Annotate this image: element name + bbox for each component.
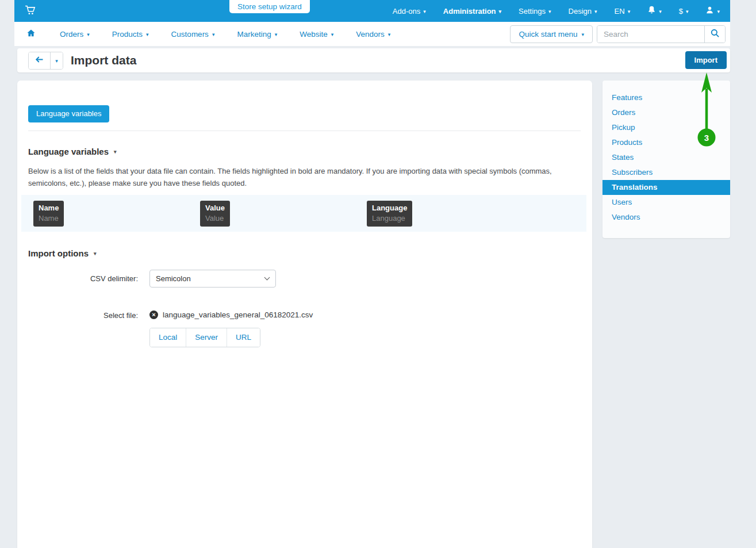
csv-delimiter-select[interactable]: Semicolon <box>149 270 276 288</box>
search-input[interactable] <box>597 26 704 43</box>
cart-icon <box>25 5 36 17</box>
import-types-sidebar: Features Orders Pickup Products States S… <box>603 81 730 238</box>
menu-addons[interactable]: Add-ons▾ <box>393 7 426 16</box>
currency-menu[interactable]: $▾ <box>679 7 689 16</box>
field-chip-value: Value Value <box>200 201 230 227</box>
nav-orders[interactable]: Orders▾ <box>60 30 90 39</box>
storefront-cart-button[interactable] <box>25 5 36 17</box>
select-file-label: Select file: <box>28 306 138 347</box>
file-source-local-button[interactable]: Local <box>150 328 186 347</box>
top-bar-menus: Add-ons▾ Administration▾ Settings▾ Desig… <box>393 0 720 22</box>
sidebar-item-products[interactable]: Products <box>603 135 730 150</box>
back-history-dropdown[interactable]: ▾ <box>50 52 63 69</box>
back-button[interactable] <box>29 52 50 69</box>
arrow-left-icon <box>35 56 44 65</box>
chevron-down-icon: ▾ <box>94 251 97 256</box>
chevron-down-icon: ▾ <box>628 9 631 14</box>
chevron-down-icon: ▾ <box>114 150 117 155</box>
chevron-down-icon: ▾ <box>423 9 426 14</box>
language-variables-section-header[interactable]: Language variables ▾ <box>28 147 117 156</box>
fields-description: Below is a list of the fields that your … <box>28 165 566 189</box>
sidebar-item-translations[interactable]: Translations <box>603 180 730 195</box>
home-icon <box>26 29 36 40</box>
bell-icon <box>647 5 656 17</box>
chevron-down-icon: ▾ <box>212 32 215 37</box>
search-bar <box>597 25 726 43</box>
nav-right-tools: Quick start menu▾ <box>510 25 726 43</box>
chevron-down-icon: ▾ <box>717 9 720 14</box>
nav-products[interactable]: Products▾ <box>112 30 149 39</box>
field-column: Language Language <box>367 201 534 227</box>
tab-divider <box>28 131 581 131</box>
selected-file: × language_variables_general_06182021.cs… <box>149 306 313 319</box>
page-header: ▾ Import data Import <box>17 48 730 72</box>
menu-administration[interactable]: Administration▾ <box>443 7 501 16</box>
chevron-down-icon: ▾ <box>548 9 551 14</box>
fields-row: Name Name Value Value Language Language <box>21 195 586 232</box>
sidebar-item-features[interactable]: Features <box>603 90 730 105</box>
csv-delimiter-row: CSV delimiter: Semicolon <box>28 270 581 288</box>
chevron-down-icon: ▾ <box>146 32 149 37</box>
nav-vendors[interactable]: Vendors▾ <box>356 30 390 39</box>
menu-language[interactable]: EN▾ <box>615 7 631 16</box>
chevron-down-icon: ▾ <box>594 9 597 14</box>
store-setup-wizard-button[interactable]: Store setup wizard <box>229 0 310 13</box>
quick-start-menu-button[interactable]: Quick start menu▾ <box>510 25 593 43</box>
menu-design[interactable]: Design▾ <box>569 7 597 16</box>
import-options-section-header[interactable]: Import options ▾ <box>28 248 97 258</box>
back-button-group: ▾ <box>28 52 63 70</box>
field-chip-name: Name Name <box>33 201 64 227</box>
account-menu[interactable]: ▾ <box>705 6 720 17</box>
page-title: Import data <box>71 53 136 67</box>
file-source-url-button[interactable]: URL <box>227 328 260 347</box>
home-button[interactable] <box>26 29 36 40</box>
sidebar-item-subscribers[interactable]: Subscribers <box>603 165 730 180</box>
sidebar-item-orders[interactable]: Orders <box>603 105 730 120</box>
csv-delimiter-control: Semicolon <box>149 270 276 288</box>
nav-marketing[interactable]: Marketing▾ <box>237 30 277 39</box>
chevron-down-icon: ▾ <box>331 32 334 37</box>
chevron-down-icon: ▾ <box>659 9 662 14</box>
sidebar-item-vendors[interactable]: Vendors <box>603 210 730 225</box>
sidebar-item-states[interactable]: States <box>603 150 730 165</box>
chevron-down-icon: ▾ <box>581 32 584 37</box>
nav-customers[interactable]: Customers▾ <box>171 30 215 39</box>
notifications-menu[interactable]: ▾ <box>647 5 662 17</box>
chevron-down-icon: ▾ <box>388 32 391 37</box>
menu-settings[interactable]: Settings▾ <box>519 7 551 16</box>
chevron-down-icon: ▾ <box>499 9 502 14</box>
csv-delimiter-label: CSV delimiter: <box>28 270 138 288</box>
select-file-control: × language_variables_general_06182021.cs… <box>149 306 313 347</box>
import-button[interactable]: Import <box>685 51 727 69</box>
remove-file-icon[interactable]: × <box>149 311 158 319</box>
select-file-row: Select file: × language_variables_genera… <box>28 306 581 347</box>
tab-language-variables[interactable]: Language variables <box>28 105 109 122</box>
chevron-down-icon: ▾ <box>686 9 689 14</box>
field-chip-language: Language Language <box>367 201 412 227</box>
file-source-buttons: Local Server URL <box>149 328 260 347</box>
admin-page: Store setup wizard Add-ons▾ Administrati… <box>0 0 756 548</box>
search-button[interactable] <box>704 26 725 43</box>
nav-website[interactable]: Website▾ <box>300 30 333 39</box>
field-column: Name Name <box>33 201 200 227</box>
import-content-card: Language variables Language variables ▾ … <box>17 81 592 548</box>
chevron-down-icon: ▾ <box>275 32 278 37</box>
sidebar-item-pickup[interactable]: Pickup <box>603 120 730 135</box>
selected-file-name: language_variables_general_06182021.csv <box>163 311 313 319</box>
sidebar-item-users[interactable]: Users <box>603 195 730 210</box>
chevron-down-icon: ▾ <box>87 32 90 37</box>
main-nav-bar: Orders▾ Products▾ Customers▾ Marketing▾ … <box>14 22 730 46</box>
user-icon <box>705 6 714 17</box>
nav-links: Orders▾ Products▾ Customers▾ Marketing▾ … <box>60 30 390 39</box>
file-source-server-button[interactable]: Server <box>186 328 227 347</box>
field-column: Value Value <box>200 201 367 227</box>
top-bar: Store setup wizard Add-ons▾ Administrati… <box>14 0 730 22</box>
search-icon <box>710 28 720 40</box>
chevron-down-icon: ▾ <box>55 59 58 64</box>
